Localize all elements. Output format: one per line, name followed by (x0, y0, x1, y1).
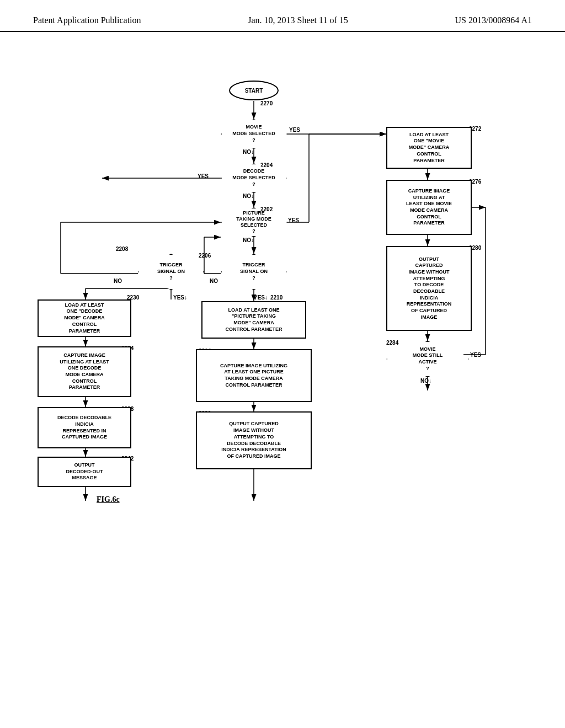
node-2270-diamond: MOVIEMODE SELECTED? (221, 119, 287, 149)
node-2208-diamond: TRIGGERSIGNAL ON? (138, 254, 204, 290)
label-2208: 2208 (116, 246, 128, 252)
no-label-2270: NO↓ (243, 149, 254, 155)
node-2202-diamond: PICTURETAKING MODESELECTED? (221, 207, 287, 237)
decode-indicia-box: DECODE DECODABLEINDICIAREPRESENTED INCAP… (38, 407, 131, 448)
no-label-2206: NO (210, 278, 218, 284)
capture-picture-box: CAPTURE IMAGE UTILIZINGAT LEAST ONE PICT… (196, 349, 312, 402)
label-2206: 2206 (199, 253, 211, 259)
capture-movie-box: CAPTURE IMAGEUTILIZING ATLEAST ONE MOVIE… (386, 180, 472, 235)
yes-label-2284: YES (470, 352, 481, 358)
label-2270: 2270 (260, 100, 273, 106)
page-header: Patent Application Publication Jan. 10, … (0, 0, 565, 32)
ref-2210: 2210 (270, 295, 282, 301)
no-label-2202: NO↓ (243, 237, 254, 243)
header-right: US 2013/0008964 A1 (455, 15, 532, 25)
load-picture-box: LOAD AT LEAST ONE"PICTURE TAKINGMODE" CA… (201, 301, 306, 339)
node-2206-diamond: TRIGGERSIGNAL ON? (221, 254, 287, 290)
yes-label-2206: YES↓ (254, 295, 268, 301)
no-label-2208: NO (114, 278, 122, 284)
node-2284-diamond: MOVIEMODE STILLACTIVE? (386, 341, 469, 377)
yes-label-2270: YES (289, 127, 300, 133)
output-decoded-box: OUTPUTDECODED-OUTMESSAGE (38, 457, 131, 487)
no-label-2284: NO↓ (420, 378, 431, 384)
capture-decode-box: CAPTURE IMAGEUTILIZING AT LEASTONE DECOD… (38, 346, 131, 397)
yes-label-2204: YES (198, 173, 209, 179)
output-picture-box: QUTPUT CAPTUREDIMAGE WITHOUTATTEMPTING T… (196, 411, 312, 469)
yes-label-2208: YES↓ (173, 295, 187, 301)
load-decode-box: LOAD AT LEASTONE "DECODEMODE" CAMERACONT… (38, 299, 131, 337)
start-node: START (229, 81, 279, 100)
diagram-area: START 2270 MOVIEMODE SELECTED? YES NO↓ 2… (0, 38, 565, 699)
fig-caption: FIG.6c (97, 495, 120, 504)
no-label-2204: NO↓ (243, 193, 254, 199)
header-left: Patent Application Publication (33, 15, 141, 25)
yes-label-2202: YES (288, 217, 299, 223)
output-movie-box: OUTPUTCAPTUREDIMAGE WITHOUTATTEMPTINGTO … (386, 246, 472, 331)
node-2204-diamond: DECODEMODE SELECTED? (221, 163, 287, 193)
header-center: Jan. 10, 2013 Sheet 11 of 15 (248, 15, 348, 25)
load-movie-box: LOAD AT LEASTONE "MOVIEMODE" CAMERACONTR… (386, 127, 472, 169)
